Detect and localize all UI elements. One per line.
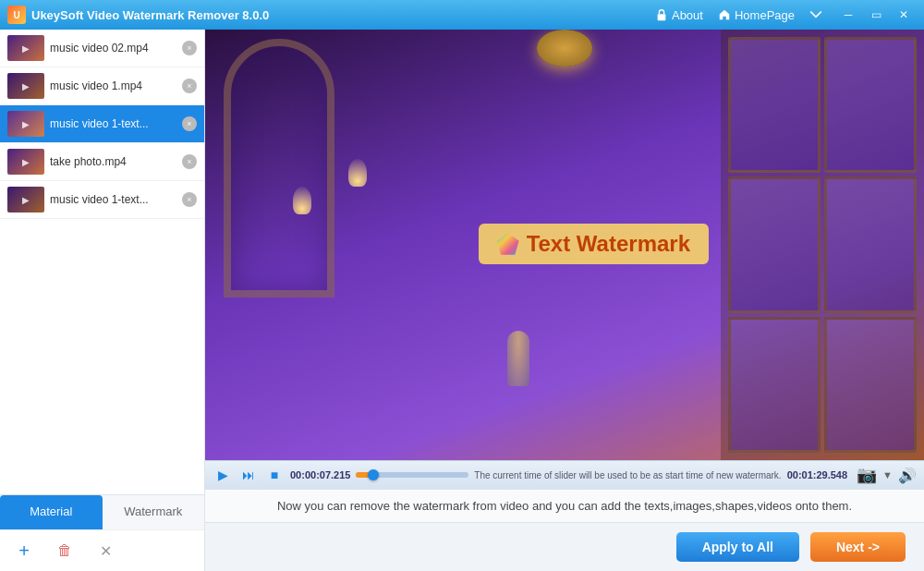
- volume-icon[interactable]: 🔊: [898, 467, 917, 484]
- arch-decoration: [224, 39, 334, 298]
- dropdown-link[interactable]: [809, 8, 822, 21]
- delete-file-button[interactable]: 🗑: [52, 538, 78, 564]
- window-pane: [728, 37, 821, 173]
- file-thumbnail: ▶: [7, 111, 44, 137]
- window-pane: [728, 176, 821, 312]
- person-figure: [507, 331, 529, 386]
- lamp-1: [348, 159, 367, 187]
- main-layout: ▶music video 02.mp4×▶music video 1.mp4×▶…: [0, 30, 924, 571]
- tab-bar: Material Watermark: [0, 494, 204, 529]
- file-remove-button[interactable]: ×: [182, 154, 197, 169]
- camera-dropdown-icon[interactable]: ▼: [882, 469, 893, 480]
- video-area: Text Watermark 📷 ▼ T ▼ 🎞 ▼ ⬛: [205, 30, 924, 571]
- minimize-button[interactable]: ─: [835, 5, 861, 25]
- about-link[interactable]: About: [655, 8, 703, 22]
- clear-files-button[interactable]: ✕: [92, 538, 118, 564]
- file-remove-button[interactable]: ×: [182, 79, 197, 93]
- app-icon: U: [7, 6, 26, 24]
- file-thumbnail: ▶: [7, 187, 44, 213]
- progress-handle[interactable]: [368, 469, 379, 480]
- window-pane: [824, 317, 917, 453]
- file-list-item[interactable]: ▶music video 1.mp4×: [0, 67, 204, 105]
- file-remove-button[interactable]: ×: [182, 192, 197, 207]
- window-controls: ─ ▭ ✕: [835, 5, 917, 25]
- watermark-text-label: Text Watermark: [527, 231, 690, 257]
- footer: Apply to All Next ->: [205, 522, 924, 571]
- file-remove-button[interactable]: ×: [182, 116, 197, 131]
- restore-button[interactable]: ▭: [863, 5, 889, 25]
- home-icon: [718, 8, 731, 21]
- svg-rect-0: [658, 14, 666, 20]
- window-pane: [728, 317, 821, 453]
- file-list-item[interactable]: ▶take photo.mp4×: [0, 143, 204, 181]
- sidebar: ▶music video 02.mp4×▶music video 1.mp4×▶…: [0, 30, 205, 571]
- chandelier: [528, 30, 602, 140]
- file-name-label: music video 1-text...: [50, 117, 176, 130]
- stop-button[interactable]: ■: [264, 465, 285, 485]
- file-list: ▶music video 02.mp4×▶music video 1.mp4×▶…: [0, 30, 204, 219]
- close-button[interactable]: ✕: [891, 5, 917, 25]
- app-title: UkeySoft Video Watermark Remover 8.0.0: [31, 8, 650, 22]
- sidebar-actions: + 🗑 ✕: [0, 529, 204, 571]
- homepage-link[interactable]: HomePage: [718, 8, 795, 22]
- file-name-label: music video 1-text...: [50, 193, 176, 206]
- controls-bar: ▶ ⏭ ■ 00:00:07.215 The current time of s…: [205, 460, 924, 489]
- file-list-item[interactable]: ▶music video 02.mp4×: [0, 30, 204, 67]
- add-file-button[interactable]: +: [11, 538, 37, 564]
- window-pane: [824, 176, 917, 312]
- chevron-down-icon: [809, 8, 822, 21]
- file-name-label: music video 1.mp4: [50, 79, 176, 92]
- file-name-label: take photo.mp4: [50, 155, 176, 168]
- lamp-2: [293, 187, 311, 214]
- watermark-overlay[interactable]: Text Watermark: [479, 224, 709, 264]
- step-forward-button[interactable]: ⏭: [238, 465, 259, 485]
- info-text: Now you can remove the watermark from vi…: [277, 499, 852, 513]
- window-pane: [824, 37, 917, 173]
- tab-watermark[interactable]: Watermark: [103, 495, 205, 529]
- file-thumbnail: ▶: [7, 149, 44, 175]
- screenshot-icon[interactable]: 📷: [857, 465, 877, 485]
- progress-hint: The current time of slider will be used …: [474, 470, 781, 480]
- file-list-item[interactable]: ▶music video 1-text...×: [0, 181, 204, 219]
- window-panes: [721, 30, 924, 460]
- info-bar: Now you can remove the watermark from vi…: [205, 489, 924, 522]
- file-thumbnail: ▶: [7, 35, 44, 61]
- apply-to-all-button[interactable]: Apply to All: [676, 532, 799, 562]
- play-button[interactable]: ▶: [213, 465, 233, 485]
- nav-links: About HomePage: [655, 8, 822, 22]
- file-list-item[interactable]: ▶music video 1-text...×: [0, 105, 204, 143]
- progress-bar[interactable]: [356, 472, 468, 478]
- titlebar: U UkeySoft Video Watermark Remover 8.0.0…: [0, 0, 924, 30]
- file-thumbnail: ▶: [7, 73, 44, 99]
- watermark-logo-icon: [497, 233, 519, 255]
- file-remove-button[interactable]: ×: [182, 41, 197, 55]
- video-frame: Text Watermark 📷 ▼ T ▼ 🎞 ▼ ⬛: [205, 30, 924, 460]
- current-time: 00:00:07.215: [290, 469, 350, 480]
- lock-icon: [655, 8, 668, 21]
- next-button[interactable]: Next ->: [810, 532, 906, 562]
- end-time: 00:01:29.548: [787, 469, 847, 480]
- file-name-label: music video 02.mp4: [50, 42, 176, 55]
- tab-material[interactable]: Material: [0, 495, 103, 529]
- chandelier-body: [537, 30, 592, 67]
- video-background: Text Watermark: [205, 30, 924, 460]
